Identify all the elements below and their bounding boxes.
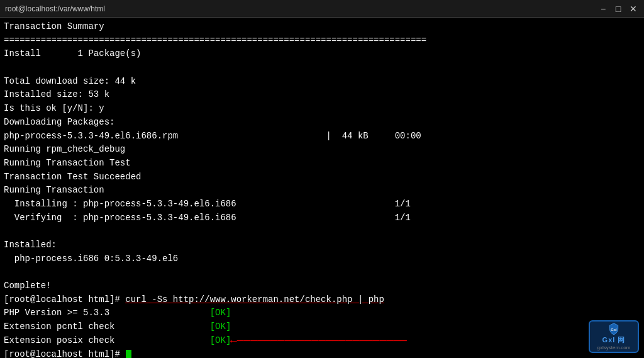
close-button[interactable]: ✕ xyxy=(628,3,639,14)
line-installed-size: Installed size: 53 k xyxy=(4,88,640,102)
line-downloading: Downloading Packages: xyxy=(4,116,640,130)
line-separator: ========================================… xyxy=(4,34,640,48)
watermark-sub: gxlsystem.com xyxy=(597,345,631,350)
line-package: php-process.i686 0:5.3.3-49.el6 xyxy=(4,252,640,266)
line-rpm-check: Running rpm_check_debug xyxy=(4,143,640,157)
title-bar: root@localhost:/var/www/html − □ ✕ xyxy=(0,0,644,18)
line-pcntl: Extension pcntl check [OK] xyxy=(4,320,640,334)
line-blank1 xyxy=(4,61,640,75)
svg-text:Gxl: Gxl xyxy=(611,328,617,332)
line-blank3 xyxy=(4,266,640,279)
line-transaction-summary: Transaction Summary xyxy=(4,20,640,34)
watermark: Gxl Gxl 网 gxlsystem.com xyxy=(589,320,639,353)
line-php-version: PHP Version >= 5.3.3 [OK] xyxy=(4,306,640,320)
line-rpm-dl: php-process-5.3.3-49.el6.i686.rpm | 44 k… xyxy=(4,130,640,143)
line-installing: Installing : php-process-5.3.3-49.el6.i6… xyxy=(4,198,640,211)
line-installed-label: Installed: xyxy=(4,238,640,252)
line-verifying: Verifying : php-process-5.3.3-49.el6.i68… xyxy=(4,211,640,225)
title-bar-controls[interactable]: − □ ✕ xyxy=(597,3,639,14)
line-blank2 xyxy=(4,225,640,238)
line-install: Install 1 Package(s) xyxy=(4,47,640,61)
line-running-test: Running Transaction Test xyxy=(4,157,640,171)
title-bar-text: root@localhost:/var/www/html xyxy=(5,4,105,13)
line-running-trans: Running Transaction xyxy=(4,184,640,198)
minimize-button[interactable]: − xyxy=(597,3,609,14)
line-ok-prompt: Is this ok [y/N]: y xyxy=(4,102,640,116)
restore-button[interactable]: □ xyxy=(613,3,624,14)
watermark-top: Gxl xyxy=(608,323,619,335)
line-test-succeeded: Transaction Test Succeeded xyxy=(4,171,640,184)
line-complete: Complete! xyxy=(4,279,640,293)
terminal: Transaction Summary ====================… xyxy=(0,18,644,358)
shield-icon: Gxl xyxy=(608,323,619,335)
watermark-brand: Gxl 网 xyxy=(602,335,626,345)
cursor xyxy=(126,350,131,358)
line-posix: Extension posix check [OK]←─────────────… xyxy=(4,334,640,348)
line-curl-cmd: [root@localhost html]# curl -Ss http://w… xyxy=(4,293,640,307)
line-total-dl: Total download size: 44 k xyxy=(4,75,640,89)
